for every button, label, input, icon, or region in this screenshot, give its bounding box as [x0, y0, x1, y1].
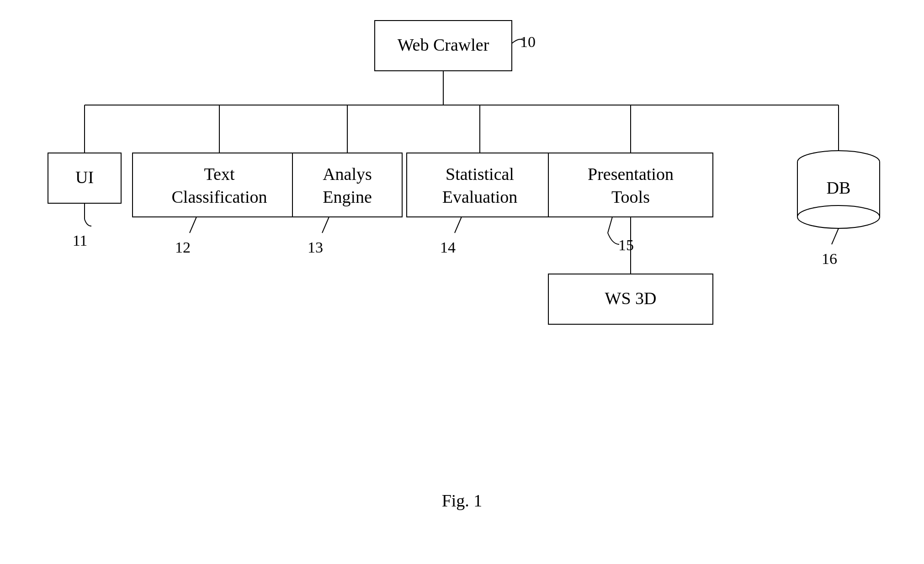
analys-engine-label2: Engine — [323, 187, 372, 206]
text-classification-box — [133, 153, 306, 217]
analys-engine-box — [292, 153, 402, 217]
analys-engine-label1: Analys — [323, 164, 372, 184]
svg-line-11 — [455, 217, 462, 233]
db-bottom — [797, 206, 880, 228]
svg-line-10 — [322, 217, 329, 233]
ui-label: UI — [75, 168, 94, 187]
svg-line-9 — [190, 217, 196, 233]
ref-11: 11 — [73, 232, 88, 249]
ref-15: 15 — [618, 237, 634, 253]
ref-14: 14 — [440, 239, 456, 256]
presentation-tools-box — [548, 153, 713, 217]
presentation-tools-label2: Tools — [611, 187, 650, 206]
web-crawler-label: Web Crawler — [398, 35, 489, 54]
svg-line-15 — [832, 228, 839, 244]
statistical-evaluation-label2: Evaluation — [442, 187, 518, 206]
svg-line-12 — [608, 217, 612, 233]
statistical-evaluation-label1: Statistical — [446, 164, 514, 184]
ws-3d-label: WS 3D — [605, 289, 657, 308]
presentation-tools-label1: Presentation — [588, 164, 674, 184]
figure-caption: Fig. 1 — [442, 491, 483, 510]
text-classification-label1: Text — [204, 164, 235, 184]
statistical-evaluation-box — [407, 153, 553, 217]
text-classification-label2: Classification — [172, 187, 267, 206]
ref-13: 13 — [308, 239, 323, 256]
ref-12: 12 — [175, 239, 191, 256]
db-label: DB — [827, 178, 851, 197]
ref-16: 16 — [822, 250, 837, 267]
diagram-container: Web Crawler 10 UI 11 Text Cla — [0, 0, 924, 564]
ref-10: 10 — [520, 33, 536, 50]
